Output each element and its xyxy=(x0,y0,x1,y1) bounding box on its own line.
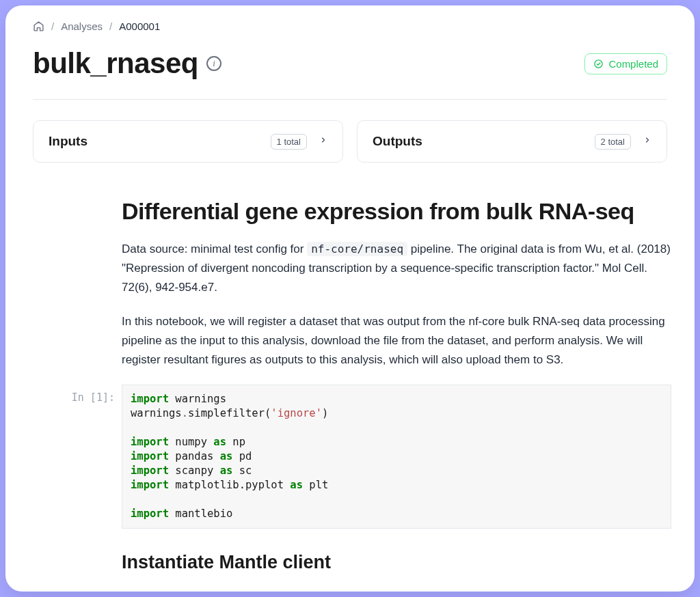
outputs-count-badge: 2 total xyxy=(595,134,631,150)
breadcrumb-sep: / xyxy=(51,20,54,32)
notebook-paragraph-2: In this notebook, we will register a dat… xyxy=(122,312,671,370)
io-row: Inputs 1 total Outputs 2 total xyxy=(5,100,695,163)
tok: plt xyxy=(303,479,328,491)
tok-as: as xyxy=(213,436,226,448)
info-icon[interactable]: i xyxy=(206,56,221,71)
notebook-paragraph-1: Data source: minimal test config for nf-… xyxy=(122,240,671,297)
tok-import: import xyxy=(131,450,169,462)
tok: warnings xyxy=(169,393,226,405)
breadcrumb: / Analyses / A000001 xyxy=(33,20,667,32)
code-prompt: In [1]: xyxy=(33,385,115,404)
tok-import: import xyxy=(131,393,169,405)
notebook-h1: Differential gene expression from bulk R… xyxy=(122,198,671,225)
tok-as: as xyxy=(220,464,233,477)
page-title: bulk_rnaseq xyxy=(33,47,198,80)
tok-import: import xyxy=(131,508,169,520)
tok: scanpy xyxy=(169,464,220,477)
check-circle-icon xyxy=(593,59,604,69)
tok: pandas xyxy=(169,450,220,462)
status-badge: Completed xyxy=(584,53,667,74)
title-left: bulk_rnaseq i xyxy=(33,47,221,80)
tok-import: import xyxy=(131,464,169,477)
tok: ) xyxy=(322,407,328,419)
tok-import: import xyxy=(131,479,169,491)
tok-import: import xyxy=(131,436,169,448)
tok: . xyxy=(182,407,188,419)
tok-string: 'ignore' xyxy=(271,407,322,419)
tok: mantlebio xyxy=(169,508,232,520)
tok: sc xyxy=(232,464,252,477)
inputs-right: 1 total xyxy=(271,133,327,150)
inline-code: nf-core/rnaseq xyxy=(307,242,407,256)
tok: simplefilter( xyxy=(188,407,271,419)
chevron-right-icon xyxy=(643,133,651,150)
tok-as: as xyxy=(290,479,303,491)
tok: numpy xyxy=(169,436,213,448)
notebook-scroll-area[interactable]: Differential gene expression from bulk R… xyxy=(5,172,695,592)
tok: np xyxy=(226,436,245,448)
outputs-right: 2 total xyxy=(595,133,651,150)
inputs-label: Inputs xyxy=(49,134,88,149)
inputs-card[interactable]: Inputs 1 total xyxy=(33,120,343,163)
outputs-card[interactable]: Outputs 2 total xyxy=(357,120,667,163)
header-area: / Analyses / A000001 bulk_rnaseq i Compl… xyxy=(5,5,695,100)
status-label: Completed xyxy=(608,58,658,70)
breadcrumb-current: A000001 xyxy=(119,20,160,32)
app-window: / Analyses / A000001 bulk_rnaseq i Compl… xyxy=(5,5,695,592)
tok-as: as xyxy=(220,450,233,462)
home-icon[interactable] xyxy=(33,20,44,32)
notebook: Differential gene expression from bulk R… xyxy=(33,198,692,573)
code-cell-1: In [1]: import warnings warnings.simplef… xyxy=(33,385,671,528)
outputs-label: Outputs xyxy=(373,134,422,149)
tok: pd xyxy=(232,450,252,462)
inputs-count-badge: 1 total xyxy=(271,134,307,150)
breadcrumb-sep: / xyxy=(109,20,112,32)
p1-text-a: Data source: minimal test config for xyxy=(122,242,307,255)
chevron-right-icon xyxy=(319,133,327,150)
tok: warnings xyxy=(131,407,182,419)
code-body[interactable]: import warnings warnings.simplefilter('i… xyxy=(122,385,671,528)
title-row: bulk_rnaseq i Completed xyxy=(33,47,667,100)
tok: matplotlib.pyplot xyxy=(169,479,290,491)
notebook-h2: Instantiate Mantle client xyxy=(122,552,671,573)
breadcrumb-analyses[interactable]: Analyses xyxy=(61,20,103,32)
